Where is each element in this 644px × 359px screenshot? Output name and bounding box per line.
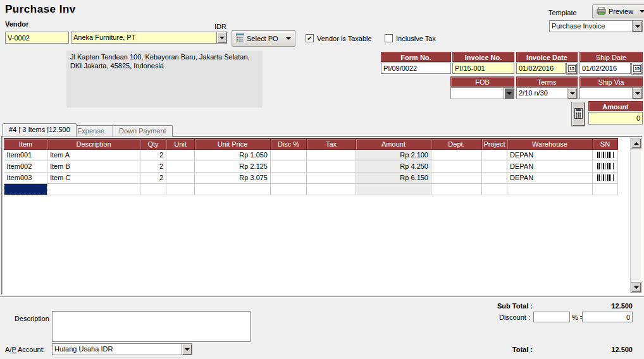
cell-warehouse[interactable]: DEPAN: [507, 149, 593, 161]
discount-amount-input[interactable]: [582, 312, 633, 322]
vendor-address: Jl Kapten Tendean 100, Kebayoran Baru, J…: [66, 51, 263, 107]
items-grid: Item Description Qty Unit Unit Price Dis…: [1, 136, 643, 295]
tab-expense-label: Expense: [77, 127, 104, 135]
cell-dept[interactable]: [431, 149, 482, 161]
checkbox-unchecked-icon[interactable]: [385, 34, 393, 42]
vendor-name-select[interactable]: Aneka Furniture, PT: [71, 32, 227, 44]
vendor-taxable-label: Vendor is Taxable: [317, 35, 372, 42]
cell-tax[interactable]: [307, 172, 356, 183]
cell-qty[interactable]: 2: [140, 172, 166, 183]
barcode-icon: [597, 163, 614, 169]
cell-warehouse[interactable]: [507, 183, 593, 195]
cell-dept[interactable]: [431, 172, 482, 183]
discount-percent-input[interactable]: [533, 312, 570, 322]
cell-qty[interactable]: [140, 183, 166, 195]
ap-account-select[interactable]: Hutang Usaha IDR: [52, 343, 192, 355]
vendor-name-arrow[interactable]: [216, 32, 226, 43]
cell-tax[interactable]: [307, 161, 356, 172]
cell-sn[interactable]: [593, 161, 618, 172]
cell-project[interactable]: [482, 161, 507, 172]
vendor-name-value: Aneka Furniture, PT: [71, 32, 216, 43]
tab-items[interactable]: #4 | 3 Items |12.500: [3, 123, 77, 137]
cell-item[interactable]: Item002: [4, 161, 47, 172]
invoice-date-group: Invoice Date 15: [516, 52, 578, 75]
col-project: Project: [482, 138, 507, 149]
triangle-up-icon: [634, 142, 639, 145]
select-po-button[interactable]: Select PO: [232, 30, 295, 47]
preview-button[interactable]: Preview: [592, 4, 644, 18]
cell-disc[interactable]: [271, 149, 307, 161]
vendor-taxable-checkbox[interactable]: ✔ Vendor is Taxable: [306, 34, 372, 42]
amount-input[interactable]: [588, 112, 643, 125]
vertical-scrollbar[interactable]: [630, 138, 641, 293]
cell-project[interactable]: [482, 149, 507, 161]
invoice-date-input[interactable]: [516, 63, 566, 74]
cell-disc[interactable]: [271, 172, 307, 183]
ship-via-select[interactable]: [579, 87, 643, 99]
scroll-up-button[interactable]: [631, 138, 641, 149]
barcode-icon: [597, 174, 614, 181]
cell-unit-price[interactable]: Rp 2.125: [195, 161, 271, 172]
checkbox-checked-icon[interactable]: ✔: [306, 34, 314, 42]
terms-select[interactable]: 2/10 n/30: [516, 87, 578, 99]
form-no-input[interactable]: [381, 63, 451, 74]
cell-disc[interactable]: [271, 183, 307, 195]
cell-amount[interactable]: Rp 6.150: [356, 172, 431, 183]
cell-unit-price[interactable]: Rp 3.075: [195, 172, 271, 183]
cell-qty[interactable]: 2: [140, 161, 166, 172]
cell-description[interactable]: [47, 183, 140, 195]
inclusive-tax-checkbox[interactable]: Inclusive Tax: [385, 34, 436, 42]
cell-description[interactable]: Item B: [47, 161, 140, 172]
template-select-arrow[interactable]: [632, 21, 642, 32]
invoice-date-calendar-button[interactable]: 15: [566, 63, 578, 75]
cell-sn[interactable]: [593, 149, 618, 161]
barcode-icon: [597, 152, 614, 158]
table-row: Item003 Item C 2 Rp 3.075 Rp 6.150 DEPAN: [4, 172, 618, 183]
cell-description[interactable]: Item A: [47, 149, 140, 161]
cell-item[interactable]: Item003: [4, 172, 47, 183]
terms-arrow[interactable]: [567, 88, 577, 99]
template-select[interactable]: Purchase Invoice: [549, 20, 643, 32]
fob-arrow[interactable]: [504, 88, 514, 99]
calculator-button[interactable]: [571, 102, 585, 126]
ship-date-calendar-button[interactable]: 15: [631, 63, 643, 75]
ship-via-arrow[interactable]: [632, 88, 642, 99]
cell-unit[interactable]: [166, 183, 195, 195]
cell-tax[interactable]: [307, 183, 356, 195]
cell-unit[interactable]: [166, 161, 195, 172]
cell-unit[interactable]: [166, 149, 195, 161]
calendar-icon: 15: [633, 65, 641, 72]
ship-date-input[interactable]: [579, 63, 631, 74]
cell-warehouse[interactable]: DEPAN: [507, 161, 593, 172]
cell-amount[interactable]: [356, 183, 431, 195]
invoice-no-group: Invoice No.: [452, 52, 514, 74]
cell-project[interactable]: [482, 172, 507, 183]
cell-warehouse[interactable]: DEPAN: [507, 172, 593, 183]
scroll-down-button[interactable]: [631, 282, 641, 293]
tab-down-payment[interactable]: Down Payment: [113, 125, 173, 137]
cell-tax[interactable]: [307, 149, 356, 161]
fob-select[interactable]: [450, 87, 514, 99]
cell-unit-price[interactable]: Rp 1.050: [195, 149, 271, 161]
cell-description[interactable]: Item C: [47, 172, 140, 183]
cell-unit-price[interactable]: [195, 183, 271, 195]
cell-dept[interactable]: [431, 183, 482, 195]
cell-disc[interactable]: [271, 161, 307, 172]
cell-unit[interactable]: [166, 172, 195, 183]
cell-item-selected[interactable]: [4, 183, 47, 195]
cell-qty[interactable]: 2: [140, 149, 166, 161]
cell-amount[interactable]: Rp 4.250: [356, 161, 431, 172]
cell-project[interactable]: [482, 183, 507, 195]
cell-sn[interactable]: [593, 172, 618, 183]
cell-amount[interactable]: Rp 2.100: [356, 149, 431, 161]
cell-dept[interactable]: [431, 161, 482, 172]
ship-via-header: Ship Via: [579, 76, 643, 87]
invoice-no-input[interactable]: [452, 63, 514, 74]
description-textarea[interactable]: [52, 311, 251, 342]
ap-account-arrow[interactable]: [182, 344, 192, 355]
cell-sn[interactable]: [593, 183, 618, 195]
printer-icon: [597, 7, 606, 16]
vendor-code-input[interactable]: [5, 32, 69, 44]
terms-value: 2/10 n/30: [517, 88, 567, 99]
cell-item[interactable]: Item001: [4, 149, 47, 161]
